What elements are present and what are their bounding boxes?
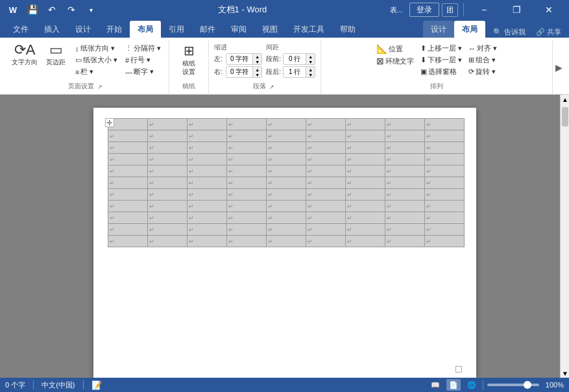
indent-right-spinner[interactable]: ▲ ▼ [226,66,262,78]
save-button[interactable]: 💾 [25,2,40,18]
spacing-before-up[interactable]: ▲ [306,54,315,59]
paper-orient-button[interactable]: ↕ 纸张方向 ▾ [73,43,120,54]
position-button[interactable]: 📐 位置 [374,43,417,55]
spacing-before-spinner[interactable]: ▲ ▼ [283,53,315,65]
table-cell[interactable]: ↵ [187,130,226,142]
indent-right-down[interactable]: ▼ [252,72,261,77]
table-cell[interactable]: ↵ [108,165,147,177]
table-cell[interactable]: ↵ [266,212,306,224]
table-cell[interactable]: ↵ [345,236,385,247]
table-cell[interactable]: ↵ [108,130,147,142]
table-cell[interactable]: ↵ [108,142,147,154]
wrap-text-button[interactable]: ⊠ 环绕文字 [374,55,417,67]
table-cell[interactable]: ↵ [226,236,266,247]
table-cell[interactable]: ↵ [266,154,306,165]
macro-button[interactable]: 📝 [91,380,102,390]
tab-mailings[interactable]: 邮件 [192,21,223,38]
table-cell[interactable]: ↵ [226,165,266,177]
table-row[interactable]: ↵↵↵↵↵↵↵↵↵ [108,130,464,142]
close-button[interactable]: ✕ [534,0,564,19]
spacing-before-down[interactable]: ▼ [306,59,315,64]
table-cell[interactable]: ↵ [187,154,226,165]
table-row[interactable]: ↵↵↵↵↵↵↵↵↵ [108,201,464,212]
share-btn[interactable]: 🔗 共享 [533,27,564,38]
table-cell[interactable]: ↵ [385,165,424,177]
table-cell[interactable]: ↵ [187,236,226,247]
page-view-button[interactable]: 📄 [446,379,461,391]
tab-view[interactable]: 视图 [254,21,285,38]
text-direction-button[interactable]: ⟳A 文字方向 [9,42,40,68]
scroll-track[interactable] [561,104,569,369]
indent-right-up[interactable]: ▲ [252,67,261,72]
table-cell[interactable]: ↵ [306,177,345,189]
table-cell[interactable]: ↵ [385,177,424,189]
table-cell[interactable]: ↵ [226,130,266,142]
table-cell[interactable]: ↵ [226,212,266,224]
table-cell[interactable]: ↵ [424,236,464,247]
customize-button[interactable]: ▾ [83,2,99,18]
ribbon-collapse-btn[interactable]: 表... [386,4,407,16]
table-cell[interactable]: ↵ [385,212,424,224]
table-cell[interactable]: ↵ [108,154,147,165]
table-cell[interactable]: ↵ [345,201,385,212]
indent-left-input[interactable] [226,54,252,64]
table-move-handle[interactable]: ✛ [105,118,114,127]
team-btn[interactable]: 团 [442,3,458,17]
spacing-before-input[interactable] [284,54,306,64]
table-cell[interactable]: ↵ [266,189,306,201]
table-cell[interactable]: ↵ [266,201,306,212]
table-row[interactable]: ↵↵↵↵↵↵↵↵↵ [108,236,464,247]
tab-help[interactable]: 帮助 [332,21,363,38]
table-cell[interactable]: ↵ [424,119,464,130]
table-cell[interactable]: ↵ [147,189,187,201]
table-cell[interactable]: ↵ [187,142,226,154]
indent-left-down[interactable]: ▼ [252,59,261,64]
table-cell[interactable]: ↵ [306,201,345,212]
align-button[interactable]: ↔ 对齐 ▾ [466,43,500,54]
scroll-thumb[interactable] [562,107,568,127]
table-cell[interactable]: ↵ [424,224,464,236]
breaks-button[interactable]: ⋮ 分隔符 ▾ [123,43,163,54]
table-cell[interactable]: ↵ [187,201,226,212]
table-cell[interactable]: ↵ [306,142,345,154]
table-cell[interactable]: ↵ [187,224,226,236]
indent-left-up[interactable]: ▲ [252,54,261,59]
table-cell[interactable]: ↵ [385,189,424,201]
table-cell[interactable]: ↵ [226,189,266,201]
table-cell[interactable]: ↵ [306,236,345,247]
table-cell[interactable]: ↵ [187,165,226,177]
columns-button[interactable]: ≡ 栏 ▾ [73,66,120,77]
table-cell[interactable]: ↵ [187,177,226,189]
table-cell[interactable]: ↵ [266,236,306,247]
spacing-after-spinner[interactable]: ▲ ▼ [283,66,315,78]
tab-references[interactable]: 引用 [161,21,192,38]
table-cell[interactable]: ↵ [345,177,385,189]
table-cell[interactable]: ↵ [306,224,345,236]
tell-me-btn[interactable]: 🔍 告诉我 [490,27,528,38]
table-cell[interactable]: ↵ [108,224,147,236]
tab-home[interactable]: 开始 [99,21,130,38]
indent-right-input[interactable] [226,67,252,77]
tab-layout[interactable]: 布局 [130,21,161,38]
table-cell[interactable]: ↵ [147,119,187,130]
table-cell[interactable]: ↵ [345,212,385,224]
table-cell[interactable]: ↵ [424,177,464,189]
table-row[interactable]: ↵↵↵↵↵↵↵↵↵ [108,189,464,201]
table-cell[interactable]: ↵ [147,130,187,142]
table-cell[interactable]: ↵ [345,142,385,154]
indent-left-spinner[interactable]: ▲ ▼ [226,53,262,65]
rotate-button[interactable]: ⟳ 旋转 ▾ [466,66,500,77]
table-cell[interactable]: ↵ [385,142,424,154]
hyphenation-button[interactable]: — 断字 ▾ [123,66,163,77]
tab-table-layout[interactable]: 布局 [454,21,485,38]
table-cell[interactable]: ↵ [147,177,187,189]
margins-button[interactable]: ▭ 页边距 [42,42,70,68]
table-cell[interactable]: ↵ [385,130,424,142]
tab-developer[interactable]: 开发工具 [285,21,332,38]
table-cell[interactable]: ↵ [266,165,306,177]
table-cell[interactable]: ↵ [345,224,385,236]
table-cell[interactable]: ↵ [147,165,187,177]
table-cell[interactable]: ↵ [424,212,464,224]
spacing-after-down[interactable]: ▼ [306,72,315,77]
table-cell[interactable]: ↵ [424,165,464,177]
